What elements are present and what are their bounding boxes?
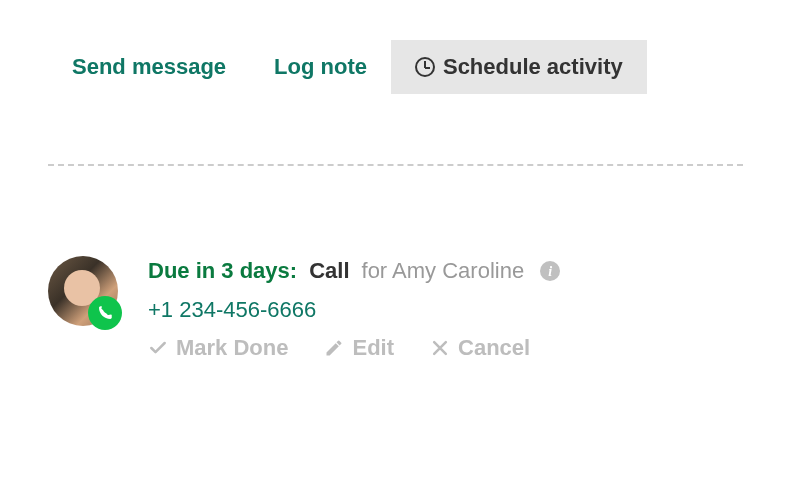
divider — [48, 164, 743, 166]
clock-icon — [415, 57, 435, 77]
tab-schedule-activity-label: Schedule activity — [443, 54, 623, 80]
pencil-icon — [324, 338, 344, 358]
activity-card: Due in 3 days: Call for Amy Caroline i +… — [48, 256, 743, 361]
activity-summary: Due in 3 days: Call for Amy Caroline i — [148, 256, 743, 287]
activity-type: Call — [309, 256, 349, 287]
phone-link[interactable]: +1 234-456-6666 — [148, 297, 743, 323]
check-icon — [148, 338, 168, 358]
activity-assignee: for Amy Caroline — [362, 256, 525, 287]
due-label: Due in 3 days: — [148, 256, 297, 287]
cancel-label: Cancel — [458, 335, 530, 361]
activity-body: Due in 3 days: Call for Amy Caroline i +… — [148, 256, 743, 361]
mark-done-label: Mark Done — [176, 335, 288, 361]
cancel-button[interactable]: Cancel — [430, 335, 530, 361]
tab-log-note[interactable]: Log note — [250, 40, 391, 94]
activity-type-badge — [88, 296, 122, 330]
tab-schedule-activity[interactable]: Schedule activity — [391, 40, 647, 94]
avatar-wrap — [48, 256, 118, 326]
phone-icon — [96, 304, 114, 322]
tab-send-message[interactable]: Send message — [48, 40, 250, 94]
edit-button[interactable]: Edit — [324, 335, 394, 361]
composer-tabs: Send message Log note Schedule activity — [48, 40, 743, 94]
close-icon — [430, 338, 450, 358]
edit-label: Edit — [352, 335, 394, 361]
activity-actions: Mark Done Edit Cancel — [148, 335, 743, 361]
mark-done-button[interactable]: Mark Done — [148, 335, 288, 361]
info-icon[interactable]: i — [540, 261, 560, 281]
